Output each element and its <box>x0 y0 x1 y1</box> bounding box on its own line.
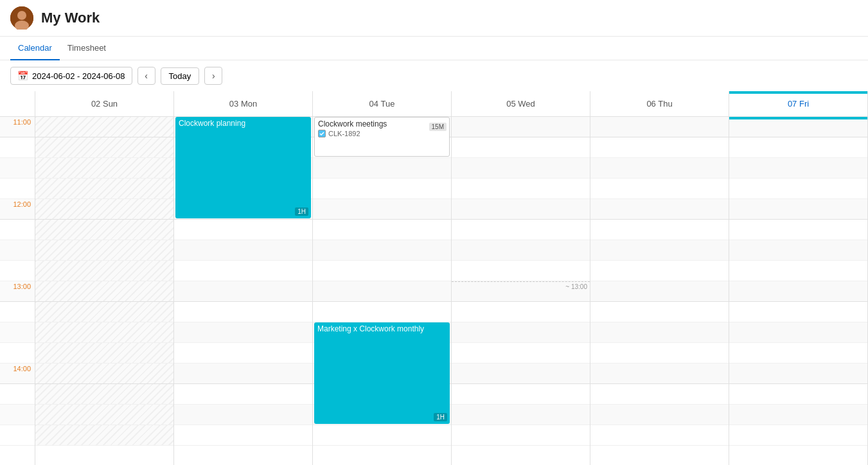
slot[interactable] <box>174 384 312 405</box>
slot[interactable] <box>35 240 173 261</box>
slot[interactable] <box>590 302 729 322</box>
slot[interactable] <box>729 137 867 158</box>
slot[interactable] <box>452 364 590 384</box>
slot[interactable] <box>452 302 590 322</box>
slot[interactable] <box>35 425 173 446</box>
slot[interactable] <box>35 364 173 384</box>
slot[interactable] <box>35 261 173 281</box>
slot[interactable] <box>590 343 729 364</box>
slot[interactable] <box>35 405 173 425</box>
slot[interactable] <box>729 343 867 364</box>
slot[interactable] <box>452 240 590 261</box>
slot[interactable] <box>729 425 867 446</box>
slot[interactable] <box>590 281 729 302</box>
slot[interactable] <box>313 220 451 240</box>
slot[interactable] <box>35 322 173 343</box>
slot[interactable] <box>590 384 729 405</box>
slot[interactable] <box>452 137 590 158</box>
slot[interactable] <box>590 405 729 425</box>
slot[interactable] <box>729 302 867 322</box>
slot[interactable] <box>452 384 590 405</box>
slot[interactable] <box>174 405 312 425</box>
slot[interactable] <box>452 179 590 199</box>
slot[interactable] <box>452 199 590 220</box>
slot[interactable] <box>452 425 590 446</box>
slot[interactable] <box>729 281 867 302</box>
day-column-tue: 04 TueClockwork meetingsCLK-189215MMarke… <box>313 91 452 465</box>
slot[interactable] <box>313 158 451 179</box>
slot[interactable] <box>35 220 173 240</box>
slot[interactable] <box>35 158 173 179</box>
slot[interactable] <box>174 322 312 343</box>
slot[interactable] <box>590 117 729 137</box>
slot[interactable] <box>452 405 590 425</box>
slot[interactable] <box>174 220 312 240</box>
slot[interactable] <box>729 364 867 384</box>
time-slot-1145 <box>0 179 35 199</box>
slot[interactable] <box>174 240 312 261</box>
slot[interactable] <box>35 281 173 302</box>
slot[interactable] <box>313 281 451 302</box>
tab-timesheet[interactable]: Timesheet <box>60 37 114 60</box>
event-marketing-clockwork[interactable]: Marketing x Clockwork monthly1H <box>314 322 450 424</box>
slot[interactable] <box>35 117 173 137</box>
slot[interactable] <box>590 425 729 446</box>
slot[interactable] <box>590 179 729 199</box>
event-title: Clockwork meetings <box>318 119 446 128</box>
slot[interactable] <box>174 261 312 281</box>
slot[interactable] <box>590 158 729 179</box>
avatar <box>10 6 33 30</box>
slot[interactable] <box>35 137 173 158</box>
slot[interactable] <box>35 199 173 220</box>
slot[interactable] <box>35 343 173 364</box>
slot[interactable] <box>729 322 867 343</box>
slot[interactable] <box>174 281 312 302</box>
slot[interactable] <box>729 384 867 405</box>
slot[interactable] <box>174 425 312 446</box>
slot[interactable] <box>452 158 590 179</box>
slot[interactable] <box>35 384 173 405</box>
slot[interactable] <box>313 199 451 220</box>
event-duration-badge: 1H <box>434 413 447 421</box>
slot[interactable] <box>452 261 590 281</box>
time-slot-1345 <box>0 343 35 364</box>
slot[interactable] <box>452 322 590 343</box>
date-range-button[interactable]: 📅 2024-06-02 - 2024-06-08 <box>10 67 132 85</box>
slot[interactable] <box>729 158 867 179</box>
slot[interactable] <box>590 364 729 384</box>
slot[interactable] <box>590 199 729 220</box>
next-button[interactable]: › <box>204 67 222 85</box>
slot[interactable] <box>729 261 867 281</box>
event-tag: CLK-1892 <box>328 130 360 137</box>
slot[interactable] <box>452 343 590 364</box>
event-clockwork-planning[interactable]: Clockwork planning1H <box>175 117 311 218</box>
slot[interactable] <box>452 220 590 240</box>
slot[interactable] <box>590 137 729 158</box>
prev-button[interactable]: ‹ <box>137 67 155 85</box>
slot[interactable] <box>729 199 867 220</box>
slot[interactable] <box>174 343 312 364</box>
event-clockwork-meetings[interactable]: Clockwork meetingsCLK-189215M <box>314 117 450 157</box>
slot[interactable] <box>35 302 173 322</box>
slot[interactable] <box>313 302 451 322</box>
slot[interactable] <box>729 240 867 261</box>
slot[interactable] <box>729 179 867 199</box>
slot[interactable] <box>590 261 729 281</box>
slot[interactable] <box>313 261 451 281</box>
slot[interactable] <box>590 220 729 240</box>
slot[interactable] <box>313 179 451 199</box>
slot[interactable] <box>590 322 729 343</box>
slot[interactable] <box>174 302 312 322</box>
slot[interactable] <box>729 117 867 137</box>
slot[interactable] <box>313 425 451 446</box>
tab-calendar[interactable]: Calendar <box>10 37 60 60</box>
slot[interactable] <box>174 364 312 384</box>
time-slot-1415 <box>0 384 35 405</box>
slot[interactable] <box>590 240 729 261</box>
today-button[interactable]: Today <box>161 67 200 85</box>
slot[interactable] <box>313 240 451 261</box>
slot[interactable] <box>729 405 867 425</box>
slot[interactable] <box>729 220 867 240</box>
slot[interactable] <box>452 117 590 137</box>
slot[interactable] <box>35 179 173 199</box>
